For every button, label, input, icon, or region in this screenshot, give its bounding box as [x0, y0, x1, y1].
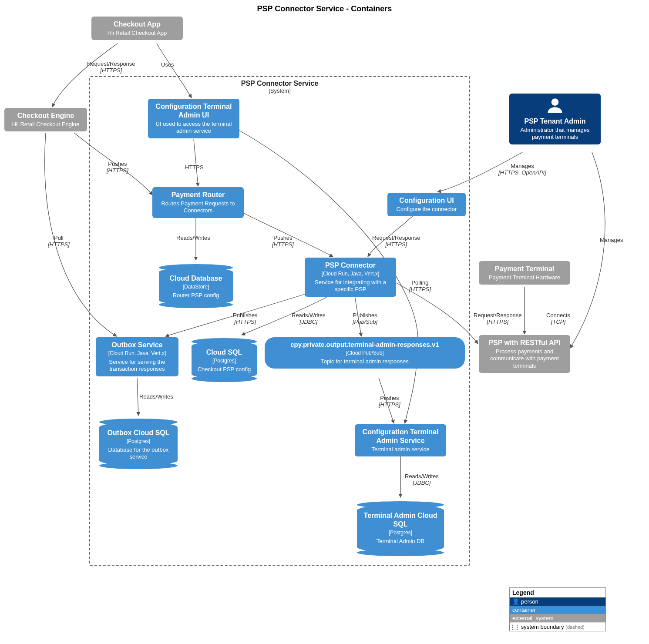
edge-label-req-resp-2: Request/Response[HTTPS] [372, 235, 420, 248]
edge-label-pushes-2: Pushes[HTTPS] [272, 235, 294, 248]
edge-label-polling: Polling[HTTPS] [409, 280, 431, 293]
edge-label-req-resp-1: Request/Response[HTTPS] [87, 61, 135, 74]
node-terminal-admin-cloud-sql: Terminal Admin Cloud SQL [Postgres] Term… [357, 505, 444, 553]
legend-external: external_system [510, 614, 605, 622]
node-payment-router: Payment Router Routes Payment Requests t… [152, 187, 244, 218]
legend-person: 👤person [510, 597, 605, 606]
node-config-terminal-admin-ui: Configuration Terminal Admin UI UI used … [148, 99, 239, 138]
edge-label-pull: Pull[HTTPS] [48, 235, 70, 248]
edge-label-manages-1: Manages[HTTPS, OpenAPI] [498, 163, 546, 176]
node-outbox-cloud-sql: Outbox Cloud SQL [Postgres] Database for… [99, 422, 178, 466]
node-psp-connector: PSP Connector [Cloud Run, Java, Vert.x] … [305, 258, 396, 297]
edge-label-pushes-1: Pushes[HTTPS] [107, 161, 128, 174]
svg-point-0 [551, 98, 559, 106]
node-checkout-app: Checkout App Hii Retail Checkout App [91, 17, 183, 40]
diagram-title: PSP Connector Service - Containers [0, 4, 649, 13]
dashed-box-icon [512, 625, 518, 630]
node-psp-tenant-admin: PSP Tenant Admin Administrator that mana… [509, 94, 601, 144]
boundary-subtitle: [System] [90, 87, 469, 94]
edge-label-rw-3: Reads/Writes [139, 394, 173, 400]
boundary-title: PSP Connector Service [90, 80, 469, 87]
node-outbox-service: Outbox Service [Cloud Run, Java, Vert.x]… [96, 337, 178, 376]
node-psp-api: PSP with RESTful API Process payments an… [479, 335, 570, 373]
edge-label-publishes-2: Publishes[Pub/Sub] [353, 312, 377, 325]
edge-label-pushes-3: Pushes[HTTPS] [379, 395, 400, 408]
edge-label-publishes-1: Publishes[HTTPS] [233, 312, 257, 325]
node-cloud-database: Cloud Database [DataStore] Router PSP co… [159, 268, 233, 305]
edge-label-rw-2: Reads/Writes[JDBC] [292, 312, 326, 325]
edge-label-connects: Connects[TCP] [546, 312, 570, 325]
legend-boundary: system boundary (dashed) [510, 622, 605, 631]
legend-container: container [510, 606, 605, 614]
node-configuration-ui: Configuration UI Configure the connector [387, 193, 466, 216]
node-pubsub-topic: cpy.private.output.terminal-admin-respon… [265, 337, 465, 369]
legend: Legend 👤person container external_system… [509, 587, 606, 631]
edge-label-uses: Uses [161, 62, 174, 68]
person-icon [546, 97, 564, 114]
edge-label-https: HTTPS [185, 164, 204, 171]
edge-label-rw-1: Reads/Writes [176, 235, 210, 242]
edge-label-rw-4: Reads/Writes[JDBC] [405, 473, 439, 486]
system-boundary: PSP Connector Service [System] [89, 76, 470, 566]
edge-label-req-resp-3: Request/Response[HTTPS] [474, 312, 522, 325]
node-checkout-engine: Checkout Engine Hii Retail Checkout Engi… [4, 108, 87, 131]
node-config-terminal-admin-service: Configuration Terminal Admin Service Ter… [355, 424, 446, 456]
node-payment-terminal: Payment Terminal Payment Terminal Hardwa… [479, 261, 570, 285]
node-cloud-sql: Cloud SQL [Postgres] Checkout PSP config [192, 342, 257, 379]
legend-title: Legend [510, 588, 605, 597]
edge-label-manages-2: Manages [600, 237, 623, 244]
